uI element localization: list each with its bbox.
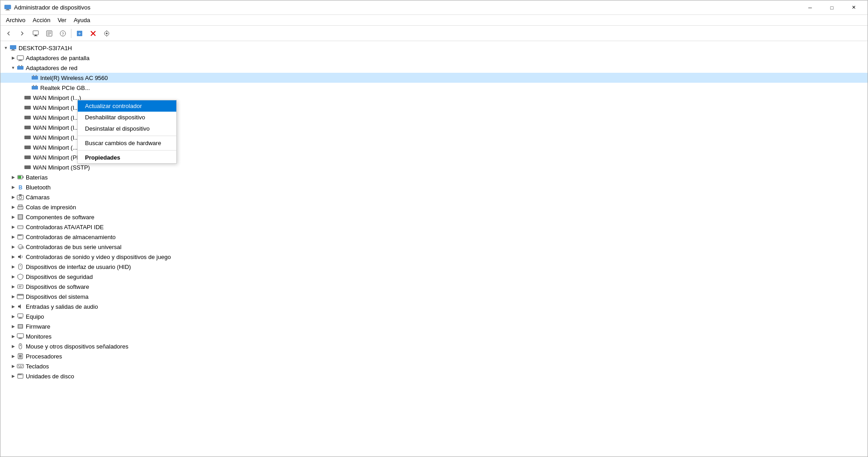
- svg-rect-76: [18, 339, 23, 339]
- tree-item-seguridad[interactable]: ▶ Dispositivos de seguridad: [0, 272, 868, 282]
- software-label: Dispositivos de software: [26, 283, 89, 290]
- sistema-expand[interactable]: ▶: [9, 293, 17, 300]
- svg-text:?: ?: [61, 32, 64, 36]
- tree-item-procesadores[interactable]: ▶ Procesadores: [0, 351, 868, 361]
- root-expand[interactable]: ▼: [2, 44, 9, 52]
- help-button[interactable]: ?: [57, 27, 69, 40]
- scan-button[interactable]: [100, 27, 113, 40]
- software-expand[interactable]: ▶: [9, 283, 17, 290]
- tree-item-teclados[interactable]: ▶ Teclados: [0, 361, 868, 371]
- tree-item-colas[interactable]: ▶ Colas de impresión: [0, 202, 868, 212]
- ctx-actualizar[interactable]: Actualizar controlador: [78, 100, 176, 112]
- colas-expand[interactable]: ▶: [9, 203, 17, 211]
- tree-item-software[interactable]: ▶ Dispositivos de software: [0, 282, 868, 292]
- ctx-propiedades[interactable]: Propiedades: [78, 152, 176, 163]
- tree-item-hid[interactable]: ▶ Dispositivos de interfaz de usuario (H…: [0, 262, 868, 272]
- title-bar: Administrador de dispositivos ─ □ ✕: [0, 0, 868, 15]
- sonido-expand[interactable]: ▶: [9, 253, 17, 260]
- delete-icon: [90, 30, 97, 37]
- ctx-deshabilitar[interactable]: Deshabilitar dispositivo: [78, 112, 176, 123]
- tree-item-realtek[interactable]: ▶ Realtek PCIe GB...: [0, 83, 868, 93]
- close-button[interactable]: ✕: [843, 0, 864, 15]
- tree-item-wan-sstp[interactable]: WAN Miniport (SSTP): [0, 162, 868, 172]
- mouse-icon: [17, 343, 24, 350]
- back-button[interactable]: [2, 27, 15, 40]
- pantalla-expand[interactable]: ▶: [9, 54, 17, 61]
- tree-item-camaras[interactable]: ▶ Cámaras: [0, 192, 868, 202]
- tree-item-almacenamiento[interactable]: ▶ Controladoras de almacenamiento: [0, 232, 868, 242]
- tree-item-audio[interactable]: ▶ Entradas y salidas de audio: [0, 302, 868, 311]
- delete-button[interactable]: [87, 27, 99, 40]
- monitores-expand[interactable]: ▶: [9, 333, 17, 340]
- network-card-icon: [31, 84, 38, 91]
- svg-rect-54: [19, 215, 22, 219]
- baterias-expand[interactable]: ▶: [9, 174, 17, 181]
- tree-item-ata[interactable]: ▶ Controladoras ATA/ATAPI IDE: [0, 222, 868, 232]
- tree-item-discos[interactable]: ▶ Unidades de disco: [0, 371, 868, 381]
- wan3-label: WAN Miniport (I...): [33, 114, 81, 121]
- hid-expand[interactable]: ▶: [9, 263, 17, 270]
- menu-ayuda[interactable]: Ayuda: [70, 16, 94, 24]
- svg-rect-90: [20, 365, 21, 366]
- tree-item-componentes[interactable]: ▶ Componentes de software: [0, 212, 868, 222]
- ctx-buscar[interactable]: Buscar cambios de hardware: [78, 137, 176, 149]
- properties-icon: [46, 30, 53, 37]
- svg-rect-64: [18, 285, 23, 288]
- keyboard-icon: [17, 363, 24, 370]
- maximize-button[interactable]: □: [821, 0, 842, 15]
- teclados-expand[interactable]: ▶: [9, 363, 17, 370]
- almacenamiento-expand[interactable]: ▶: [9, 233, 17, 240]
- tree-item-baterias[interactable]: ▶ Baterías: [0, 172, 868, 182]
- system-icon: [17, 293, 24, 300]
- processor-icon: [17, 353, 24, 360]
- up-button[interactable]: [29, 27, 42, 40]
- equipo-expand[interactable]: ▶: [9, 313, 17, 320]
- seguridad-label: Dispositivos de seguridad: [26, 273, 93, 280]
- procesadores-expand[interactable]: ▶: [9, 353, 17, 360]
- device-tree-content[interactable]: ▼ DESKTOP-S3I7A1H ▶ Adaptadores de p: [0, 41, 868, 457]
- menu-archivo[interactable]: Archivo: [2, 16, 29, 24]
- tree-item-usb[interactable]: ▶ USB Controladoras de bus serie univers…: [0, 242, 868, 252]
- svg-rect-89: [18, 365, 19, 366]
- firmware-expand[interactable]: ▶: [9, 323, 17, 330]
- camaras-expand[interactable]: ▶: [9, 193, 17, 201]
- mouse-expand[interactable]: ▶: [9, 343, 17, 350]
- bluetooth-expand[interactable]: ▶: [9, 184, 17, 191]
- hid-icon: [17, 263, 24, 270]
- tree-item-bluetooth[interactable]: ▶ B Bluetooth: [0, 182, 868, 192]
- computer-icon: [9, 44, 17, 52]
- tree-item-sonido[interactable]: ▶ Controladoras de sonido y video y disp…: [0, 252, 868, 262]
- discos-expand[interactable]: ▶: [9, 372, 17, 380]
- svg-text:USB: USB: [19, 246, 24, 249]
- tree-item-intel-wireless[interactable]: ▶ Intel(R) Wireless AC 9560: [0, 73, 868, 83]
- ata-expand[interactable]: ▶: [9, 223, 17, 231]
- tree-item-mouse[interactable]: ▶ Mouse y otros dispositivos señaladores: [0, 341, 868, 351]
- ata-label: Controladoras ATA/ATAPI IDE: [26, 224, 104, 231]
- tree-item-pantalla[interactable]: ▶ Adaptadores de pantalla: [0, 53, 868, 63]
- bluetooth-label: Bluetooth: [26, 184, 51, 191]
- tree-root[interactable]: ▼ DESKTOP-S3I7A1H: [0, 43, 868, 53]
- sound-icon: [17, 253, 24, 260]
- tree-item-firmware[interactable]: ▶ Firmware: [0, 321, 868, 331]
- menu-accion[interactable]: Acción: [29, 16, 54, 24]
- svg-point-95: [22, 374, 23, 375]
- properties-button[interactable]: [43, 27, 56, 40]
- forward-button[interactable]: [16, 27, 28, 40]
- svg-point-63: [20, 265, 21, 266]
- minimize-button[interactable]: ─: [800, 0, 821, 15]
- componentes-expand[interactable]: ▶: [9, 213, 17, 221]
- seguridad-expand[interactable]: ▶: [9, 273, 17, 280]
- menu-ver[interactable]: Ver: [54, 16, 70, 24]
- svg-rect-24: [19, 60, 22, 61]
- tree-item-red[interactable]: ▼ Adaptadores de red: [0, 63, 868, 73]
- audio-expand[interactable]: ▶: [9, 303, 17, 310]
- new-button[interactable]: +: [73, 27, 86, 40]
- tree-item-sistema[interactable]: ▶ Dispositivos del sistema: [0, 292, 868, 302]
- tree-item-equipo[interactable]: ▶ Equipo: [0, 311, 868, 321]
- red-expand[interactable]: ▼: [9, 64, 17, 71]
- ctx-desinstalar[interactable]: Desinstalar el dispositivo: [78, 123, 176, 134]
- tree-item-monitores[interactable]: ▶ Monitores: [0, 331, 868, 341]
- wan-sstp-icon: [24, 164, 31, 171]
- baterias-label: Baterías: [26, 174, 47, 181]
- usb-expand[interactable]: ▶: [9, 243, 17, 250]
